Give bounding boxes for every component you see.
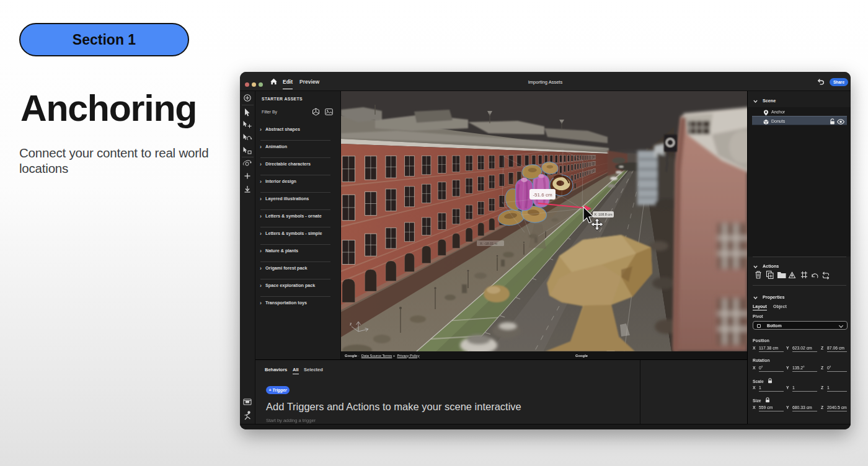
svg-text:X: 108.8 cm: X: 108.8 cm [594,213,613,216]
svg-text:X: -18.01 m: X: -18.01 m [480,242,498,245]
svg-text:-51.6 cm: -51.6 cm [533,192,552,198]
svg-text:z: z [350,322,352,326]
